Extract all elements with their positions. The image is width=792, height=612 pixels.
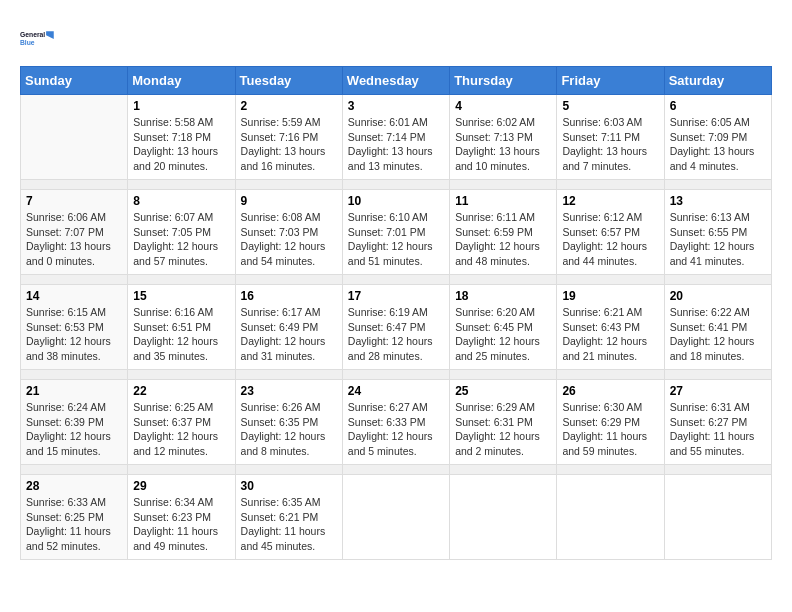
cell-info: Daylight: 12 hours	[241, 239, 337, 254]
cell-info: and 49 minutes.	[133, 539, 229, 554]
day-number: 1	[133, 99, 229, 113]
cell-info: Sunset: 6:37 PM	[133, 415, 229, 430]
cell-info: and 52 minutes.	[26, 539, 122, 554]
cell-info: and 13 minutes.	[348, 159, 444, 174]
calendar-cell: 20Sunrise: 6:22 AMSunset: 6:41 PMDayligh…	[664, 285, 771, 370]
cell-info: and 5 minutes.	[348, 444, 444, 459]
cell-info: Sunset: 7:11 PM	[562, 130, 658, 145]
calendar-cell	[557, 475, 664, 560]
day-number: 20	[670, 289, 766, 303]
week-row-4: 21Sunrise: 6:24 AMSunset: 6:39 PMDayligh…	[21, 380, 772, 465]
cell-info: Sunrise: 6:24 AM	[26, 400, 122, 415]
day-number: 16	[241, 289, 337, 303]
cell-info: Sunset: 6:41 PM	[670, 320, 766, 335]
cell-info: Sunrise: 6:16 AM	[133, 305, 229, 320]
calendar-cell	[450, 475, 557, 560]
column-header-monday: Monday	[128, 67, 235, 95]
cell-info: Sunset: 7:03 PM	[241, 225, 337, 240]
calendar-cell: 1Sunrise: 5:58 AMSunset: 7:18 PMDaylight…	[128, 95, 235, 180]
calendar-cell: 13Sunrise: 6:13 AMSunset: 6:55 PMDayligh…	[664, 190, 771, 275]
cell-info: Sunrise: 6:10 AM	[348, 210, 444, 225]
cell-info: Sunset: 7:07 PM	[26, 225, 122, 240]
column-header-sunday: Sunday	[21, 67, 128, 95]
day-number: 7	[26, 194, 122, 208]
cell-info: Sunset: 6:39 PM	[26, 415, 122, 430]
cell-info: Sunset: 7:01 PM	[348, 225, 444, 240]
cell-info: Sunrise: 6:27 AM	[348, 400, 444, 415]
calendar-cell: 27Sunrise: 6:31 AMSunset: 6:27 PMDayligh…	[664, 380, 771, 465]
logo: GeneralBlue	[20, 20, 56, 56]
cell-info: and 12 minutes.	[133, 444, 229, 459]
cell-info: Daylight: 13 hours	[455, 144, 551, 159]
cell-info: Sunrise: 6:31 AM	[670, 400, 766, 415]
day-number: 8	[133, 194, 229, 208]
cell-info: Sunrise: 6:11 AM	[455, 210, 551, 225]
cell-info: Sunset: 7:18 PM	[133, 130, 229, 145]
day-number: 10	[348, 194, 444, 208]
day-number: 23	[241, 384, 337, 398]
cell-info: Sunrise: 6:21 AM	[562, 305, 658, 320]
cell-info: and 15 minutes.	[26, 444, 122, 459]
cell-info: Daylight: 11 hours	[670, 429, 766, 444]
column-header-thursday: Thursday	[450, 67, 557, 95]
day-number: 5	[562, 99, 658, 113]
cell-info: Daylight: 12 hours	[241, 429, 337, 444]
cell-info: Sunset: 7:16 PM	[241, 130, 337, 145]
week-row-1: 1Sunrise: 5:58 AMSunset: 7:18 PMDaylight…	[21, 95, 772, 180]
day-number: 24	[348, 384, 444, 398]
cell-info: Sunset: 6:45 PM	[455, 320, 551, 335]
day-number: 2	[241, 99, 337, 113]
calendar-cell: 28Sunrise: 6:33 AMSunset: 6:25 PMDayligh…	[21, 475, 128, 560]
column-header-wednesday: Wednesday	[342, 67, 449, 95]
cell-info: and 4 minutes.	[670, 159, 766, 174]
cell-info: Sunrise: 6:13 AM	[670, 210, 766, 225]
cell-info: Sunrise: 6:17 AM	[241, 305, 337, 320]
week-row-5: 28Sunrise: 6:33 AMSunset: 6:25 PMDayligh…	[21, 475, 772, 560]
cell-info: Sunset: 6:55 PM	[670, 225, 766, 240]
cell-info: Daylight: 13 hours	[133, 144, 229, 159]
cell-info: and 8 minutes.	[241, 444, 337, 459]
cell-info: Daylight: 12 hours	[348, 429, 444, 444]
cell-info: Sunrise: 6:01 AM	[348, 115, 444, 130]
calendar-cell	[664, 475, 771, 560]
day-number: 15	[133, 289, 229, 303]
cell-info: Daylight: 13 hours	[562, 144, 658, 159]
week-separator	[21, 275, 772, 285]
cell-info: Daylight: 12 hours	[670, 239, 766, 254]
cell-info: Daylight: 12 hours	[455, 334, 551, 349]
day-number: 4	[455, 99, 551, 113]
calendar-table: SundayMondayTuesdayWednesdayThursdayFrid…	[20, 66, 772, 560]
cell-info: and 25 minutes.	[455, 349, 551, 364]
calendar-cell: 19Sunrise: 6:21 AMSunset: 6:43 PMDayligh…	[557, 285, 664, 370]
cell-info: Sunset: 6:31 PM	[455, 415, 551, 430]
cell-info: and 21 minutes.	[562, 349, 658, 364]
day-number: 17	[348, 289, 444, 303]
week-row-2: 7Sunrise: 6:06 AMSunset: 7:07 PMDaylight…	[21, 190, 772, 275]
cell-info: and 41 minutes.	[670, 254, 766, 269]
cell-info: Sunrise: 6:22 AM	[670, 305, 766, 320]
calendar-cell: 2Sunrise: 5:59 AMSunset: 7:16 PMDaylight…	[235, 95, 342, 180]
cell-info: Sunset: 6:43 PM	[562, 320, 658, 335]
cell-info: Sunrise: 6:05 AM	[670, 115, 766, 130]
calendar-cell: 9Sunrise: 6:08 AMSunset: 7:03 PMDaylight…	[235, 190, 342, 275]
day-number: 27	[670, 384, 766, 398]
column-header-friday: Friday	[557, 67, 664, 95]
day-number: 18	[455, 289, 551, 303]
cell-info: Sunrise: 6:26 AM	[241, 400, 337, 415]
cell-info: and 31 minutes.	[241, 349, 337, 364]
cell-info: Sunrise: 6:06 AM	[26, 210, 122, 225]
cell-info: Sunrise: 6:07 AM	[133, 210, 229, 225]
cell-info: Daylight: 13 hours	[348, 144, 444, 159]
day-number: 29	[133, 479, 229, 493]
cell-info: Sunset: 7:13 PM	[455, 130, 551, 145]
calendar-cell: 25Sunrise: 6:29 AMSunset: 6:31 PMDayligh…	[450, 380, 557, 465]
day-number: 21	[26, 384, 122, 398]
cell-info: Daylight: 12 hours	[670, 334, 766, 349]
calendar-cell: 6Sunrise: 6:05 AMSunset: 7:09 PMDaylight…	[664, 95, 771, 180]
week-row-3: 14Sunrise: 6:15 AMSunset: 6:53 PMDayligh…	[21, 285, 772, 370]
cell-info: Sunset: 6:23 PM	[133, 510, 229, 525]
column-header-saturday: Saturday	[664, 67, 771, 95]
cell-info: Daylight: 13 hours	[26, 239, 122, 254]
cell-info: Sunrise: 6:19 AM	[348, 305, 444, 320]
cell-info: Sunset: 6:51 PM	[133, 320, 229, 335]
